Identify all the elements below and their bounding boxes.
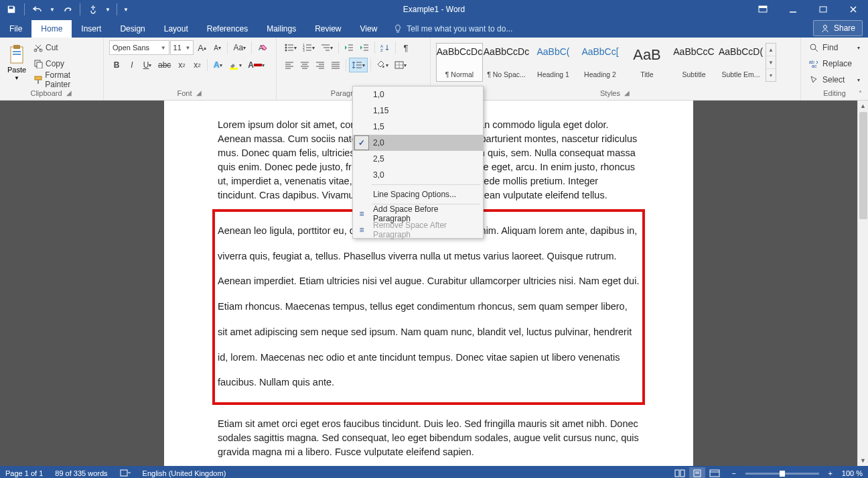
language-status[interactable]: English (United Kingdom): [143, 469, 226, 477]
align-left-button[interactable]: [282, 58, 297, 72]
cut-button[interactable]: Cut: [31, 40, 98, 55]
line-spacing-1-0[interactable]: 1,0: [353, 86, 483, 103]
borders-button[interactable]: ▾: [392, 58, 409, 72]
styles-scroll[interactable]: ▲▼▾: [766, 43, 776, 82]
underline-button[interactable]: U▾: [140, 58, 155, 72]
word-count[interactable]: 89 of 335 words: [55, 469, 107, 477]
tab-review[interactable]: Review: [305, 20, 350, 38]
font-face-combo[interactable]: Open Sans▼: [109, 40, 169, 55]
zoom-level[interactable]: 100 %: [842, 469, 863, 477]
close-button[interactable]: [838, 0, 868, 19]
add-space-before[interactable]: ≡Add Space Before Paragraph: [353, 206, 483, 222]
minimize-button[interactable]: [778, 0, 808, 19]
tell-me[interactable]: Tell me what you want to do...: [386, 20, 519, 38]
web-layout-button[interactable]: [707, 467, 723, 478]
collapse-ribbon-button[interactable]: ˄: [855, 88, 865, 99]
decrease-indent-button[interactable]: [342, 40, 356, 55]
share-button[interactable]: Share: [813, 20, 863, 36]
increase-indent-button[interactable]: [357, 40, 372, 55]
read-mode-button[interactable]: [672, 467, 688, 478]
italic-button[interactable]: I: [125, 58, 139, 72]
grow-font-button[interactable]: A▴: [194, 40, 209, 55]
touch-mode-dropdown[interactable]: ▼: [104, 2, 111, 17]
bullets-button[interactable]: ▾: [282, 40, 299, 55]
font-dialog-launcher[interactable]: ◢: [195, 89, 203, 97]
numbering-button[interactable]: 123▾: [300, 40, 317, 55]
clipboard-dialog-launcher[interactable]: ◢: [65, 89, 73, 97]
zoom-in-button[interactable]: +: [826, 469, 835, 477]
scroll-thumb[interactable]: [859, 112, 867, 219]
undo-dropdown[interactable]: ▼: [49, 2, 56, 17]
line-spacing-2-5[interactable]: 2,5: [353, 151, 483, 167]
tab-references[interactable]: References: [198, 20, 257, 38]
clear-formatting-button[interactable]: A: [255, 40, 271, 55]
style-title[interactable]: AaBTitle: [624, 43, 670, 82]
format-painter-button[interactable]: Format Painter: [31, 72, 98, 87]
tab-home[interactable]: Home: [31, 20, 72, 38]
zoom-out-button[interactable]: −: [729, 469, 739, 477]
font-size-combo[interactable]: 11▼: [170, 40, 194, 55]
redo-button[interactable]: [60, 2, 74, 17]
print-layout-button[interactable]: [689, 467, 705, 478]
undo-button[interactable]: [30, 2, 45, 17]
find-button[interactable]: Find▾: [806, 40, 863, 55]
shading-button[interactable]: ▾: [374, 58, 391, 72]
tab-mailings[interactable]: Mailings: [257, 20, 305, 38]
style-subtle-em-[interactable]: AaBbCcD(Subtle Em...: [717, 43, 764, 82]
save-icon[interactable]: [4, 2, 19, 17]
page-status[interactable]: Page 1 of 1: [5, 469, 43, 477]
line-spacing-2-0[interactable]: ✓2,0: [353, 135, 483, 151]
touch-mode-button[interactable]: [86, 2, 100, 17]
style-heading-2[interactable]: AaBbCc[Heading 2: [577, 43, 624, 82]
ribbon-display-options[interactable]: [747, 0, 778, 19]
bold-button[interactable]: B: [109, 58, 124, 72]
superscript-button[interactable]: x2: [190, 58, 204, 72]
copy-button[interactable]: Copy: [31, 56, 98, 71]
justify-button[interactable]: [328, 58, 343, 72]
tab-layout[interactable]: Layout: [155, 20, 198, 38]
subscript-button[interactable]: x2: [174, 58, 189, 72]
tab-view[interactable]: View: [351, 20, 387, 38]
font-color-button[interactable]: A▾: [245, 58, 267, 72]
maximize-button[interactable]: [808, 0, 838, 19]
svg-rect-6: [13, 45, 20, 49]
sort-button[interactable]: AZ: [378, 40, 392, 55]
align-center-button[interactable]: [297, 58, 312, 72]
style-heading-1[interactable]: AaBbC(Heading 1: [530, 43, 577, 82]
justify-icon: [331, 61, 340, 69]
vertical-scrollbar[interactable]: ▲ ▼: [857, 101, 868, 466]
shrink-font-button[interactable]: A▾: [210, 40, 224, 55]
line-spacing-3-0[interactable]: 3,0: [353, 167, 483, 183]
tab-design[interactable]: Design: [111, 20, 154, 38]
text-effects-button[interactable]: A▾: [210, 58, 225, 72]
tab-insert[interactable]: Insert: [72, 20, 111, 38]
line-spacing-options[interactable]: Line Spacing Options...: [353, 186, 483, 202]
scroll-up-button[interactable]: ▲: [858, 101, 868, 111]
styles-dialog-launcher[interactable]: ◢: [623, 89, 631, 97]
paragraph-2[interactable]: Aenean leo ligula, porttitor eu, consequ…: [218, 219, 640, 396]
replace-button[interactable]: abacReplace: [806, 56, 863, 71]
highlight-button[interactable]: ▾: [226, 58, 244, 72]
qat-customize[interactable]: ▼: [123, 2, 129, 17]
multilevel-list-button[interactable]: ▾: [318, 40, 336, 55]
style--no-spac-[interactable]: AaBbCcDc¶ No Spac...: [483, 43, 530, 82]
change-case-button[interactable]: Aa▾: [230, 40, 248, 55]
paste-button[interactable]: Paste ▼: [5, 40, 28, 84]
spell-check-icon[interactable]: [120, 468, 131, 478]
align-right-button[interactable]: [313, 58, 328, 72]
line-spacing-1-15[interactable]: 1,15: [353, 103, 483, 119]
scroll-down-button[interactable]: ▼: [858, 455, 868, 466]
show-marks-button[interactable]: ¶: [399, 40, 413, 55]
remove-space-after-icon: ≡: [356, 225, 368, 235]
strikethrough-button[interactable]: abc: [155, 58, 173, 72]
style--normal[interactable]: AaBbCcDc¶ Normal: [436, 43, 483, 82]
select-button[interactable]: Select▾: [806, 72, 863, 87]
bullets-icon: [285, 44, 294, 52]
style-subtitle[interactable]: AaBbCcCSubtitle: [670, 43, 717, 82]
line-spacing-1-5[interactable]: 1,5: [353, 119, 483, 135]
zoom-slider[interactable]: [745, 473, 819, 475]
paragraph-3[interactable]: Etiam sit amet orci eget eros faucibus t…: [218, 417, 640, 459]
line-spacing-button[interactable]: ▾: [349, 58, 368, 72]
tab-file[interactable]: File: [0, 20, 31, 38]
styles-gallery[interactable]: AaBbCcDc¶ NormalAaBbCcDc¶ No Spac...AaBb…: [436, 40, 795, 88]
